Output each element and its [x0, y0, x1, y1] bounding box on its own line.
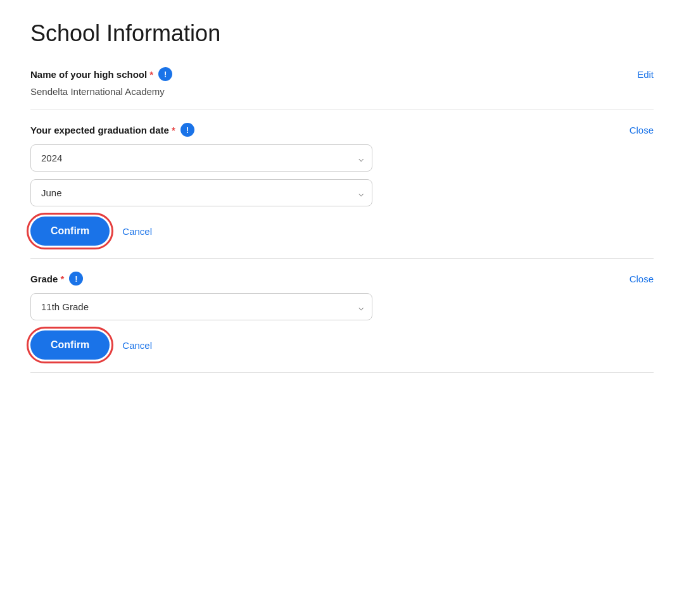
grade-label-group: Grade * ! [30, 272, 83, 286]
high-school-info-icon[interactable]: ! [158, 67, 172, 81]
high-school-section: Name of your high school * ! Edit Sendel… [30, 67, 654, 97]
grade-select-wrapper: 9th Grade 10th Grade 11th Grade 12th Gra… [30, 293, 372, 320]
grade-close-button[interactable]: Close [630, 273, 654, 284]
graduation-date-close-button[interactable]: Close [630, 125, 654, 135]
year-select[interactable]: 2022 2023 2024 2025 2026 [30, 144, 372, 172]
graduation-date-confirm-button[interactable]: Confirm [30, 217, 110, 246]
graduation-date-label-group: Your expected graduation date * ! [30, 123, 194, 137]
grade-header: Grade * ! Close [30, 272, 654, 286]
high-school-value: Sendelta International Academy [30, 86, 654, 97]
divider-3 [30, 372, 654, 373]
grade-action-row: Confirm Cancel [30, 330, 654, 360]
graduation-date-label: Your expected graduation date * [30, 125, 175, 135]
graduation-date-info-icon[interactable]: ! [180, 123, 194, 137]
graduation-date-header: Your expected graduation date * ! Close [30, 123, 654, 137]
divider-2 [30, 258, 654, 259]
page-title: School Information [30, 20, 654, 47]
required-star-2: * [169, 125, 175, 135]
divider-1 [30, 110, 654, 110]
high-school-edit-button[interactable]: Edit [637, 69, 654, 80]
year-select-wrapper: 2022 2023 2024 2025 2026 ⌵ [30, 144, 372, 172]
grade-cancel-button[interactable]: Cancel [122, 340, 152, 351]
grade-confirm-button[interactable]: Confirm [30, 330, 110, 360]
graduation-date-action-row: Confirm Cancel [30, 217, 654, 246]
month-select[interactable]: January February March April May June Ju… [30, 179, 372, 206]
grade-select[interactable]: 9th Grade 10th Grade 11th Grade 12th Gra… [30, 293, 372, 320]
month-select-wrapper: January February March April May June Ju… [30, 179, 372, 206]
grade-label: Grade * [30, 273, 64, 284]
grade-info-icon[interactable]: ! [69, 272, 83, 286]
required-star: * [147, 69, 153, 80]
graduation-date-section: Your expected graduation date * ! Close … [30, 123, 654, 246]
grade-section: Grade * ! Close 9th Grade 10th Grade 11t… [30, 272, 654, 360]
high-school-header: Name of your high school * ! Edit [30, 67, 654, 81]
grade-content: 9th Grade 10th Grade 11th Grade 12th Gra… [30, 293, 654, 360]
high-school-label: Name of your high school * [30, 69, 153, 80]
required-star-3: * [58, 273, 64, 284]
graduation-date-content: 2022 2023 2024 2025 2026 ⌵ January Febru… [30, 144, 654, 246]
graduation-date-cancel-button[interactable]: Cancel [122, 226, 152, 237]
high-school-label-group: Name of your high school * ! [30, 67, 172, 81]
